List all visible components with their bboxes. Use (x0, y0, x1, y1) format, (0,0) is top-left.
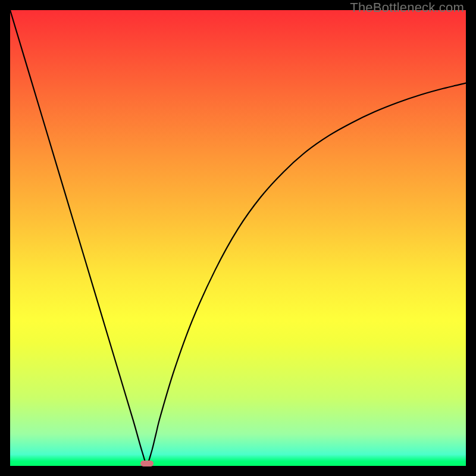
optimal-point-marker (140, 461, 154, 466)
chart-frame (10, 10, 466, 466)
bottleneck-curve (10, 10, 466, 464)
chart-curve-svg (10, 10, 466, 466)
watermark-text: TheBottleneck.com (350, 0, 464, 15)
